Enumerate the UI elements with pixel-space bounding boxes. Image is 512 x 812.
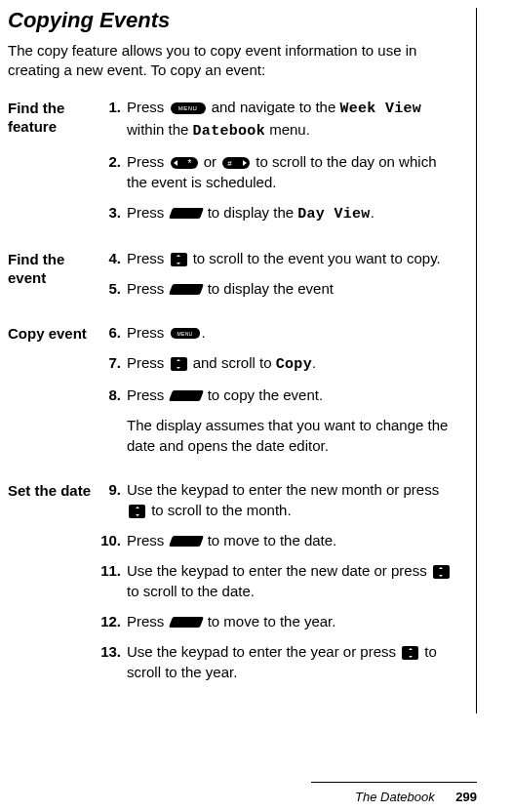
step-8: 8. Press to copy the event.: [98, 385, 454, 405]
text: to display the: [204, 204, 298, 221]
step-1: 1. Press and navigate to the Week View w…: [98, 97, 454, 142]
text: menu.: [265, 121, 310, 138]
scroll-key-icon: [433, 565, 450, 579]
step-number: 11.: [98, 560, 127, 601]
step-number-blank: [98, 415, 127, 456]
step-text: Use the keypad to enter the year or pres…: [127, 641, 454, 682]
text: Press: [127, 153, 169, 170]
text: Press: [127, 386, 169, 403]
step-8-extra: The display assumes that you want to cha…: [98, 415, 454, 456]
step-number: 1.: [98, 97, 127, 142]
step-number: 2.: [98, 151, 127, 192]
scroll-key-icon: [171, 253, 187, 266]
step-number: 12.: [98, 611, 127, 631]
select-key-icon: [169, 536, 204, 547]
step-text: Press and scroll to Copy.: [127, 352, 454, 375]
select-key-icon: [169, 617, 204, 628]
section-find-feature: Find the feature 1. Press and navigate t…: [8, 97, 454, 234]
section-label: Set the date: [8, 479, 98, 692]
footer-divider: [311, 782, 477, 783]
text: Press: [127, 280, 169, 297]
scroll-key-icon: [129, 505, 145, 518]
footer-section-name: The Datebook: [355, 790, 435, 804]
step-text: Use the keypad to enter the new month or…: [127, 479, 454, 520]
step-10: 10. Press to move to the date.: [98, 530, 454, 550]
step-5: 5. Press to display the event: [98, 278, 454, 299]
text: to display the event: [204, 280, 334, 297]
text: and scroll to: [189, 354, 276, 371]
ui-term: Week View: [339, 101, 421, 117]
text: Press: [127, 204, 169, 221]
scroll-key-icon: [171, 357, 187, 371]
step-text: Press to move to the year.: [127, 611, 454, 631]
ui-term: Copy: [276, 356, 312, 373]
step-9: 9. Use the keypad to enter the new month…: [98, 479, 454, 520]
text: .: [312, 354, 316, 371]
step-7: 7. Press and scroll to Copy.: [98, 352, 454, 375]
select-key-icon: [169, 390, 204, 401]
text: to move to the year.: [204, 613, 336, 629]
text: to scroll to the date.: [127, 583, 255, 599]
step-text: Press to scroll to the event you want to…: [127, 248, 454, 268]
step-number: 5.: [98, 278, 127, 299]
text: Press: [127, 250, 169, 266]
step-number: 4.: [98, 248, 127, 268]
section-label: Find the event: [8, 248, 98, 308]
text: to move to the date.: [204, 532, 337, 548]
text: to copy the event.: [204, 386, 324, 403]
text: .: [371, 204, 374, 221]
text: Use the keypad to enter the new date or …: [127, 562, 431, 579]
steps: 1. Press and navigate to the Week View w…: [98, 97, 454, 234]
text: Use the keypad to enter the year or pres…: [127, 643, 400, 660]
text: to scroll to the event you want to copy.: [189, 250, 441, 266]
scroll-key-icon: [402, 646, 418, 660]
intro-text: The copy feature allows you to copy even…: [8, 41, 454, 81]
page-content: Copying Events The copy feature allows y…: [8, 8, 477, 713]
step-12: 12. Press to move to the year.: [98, 611, 454, 631]
text: or: [200, 153, 221, 170]
step-number: 3.: [98, 202, 127, 224]
text: Press: [127, 324, 169, 341]
step-number: 13.: [98, 641, 127, 682]
steps: 6. Press . 7. Press and scroll to Copy. …: [98, 322, 454, 466]
section-label: Copy event: [8, 322, 98, 466]
text: Press: [127, 99, 169, 115]
step-text: Use the keypad to enter the new date or …: [127, 560, 454, 601]
text: to scroll to the month.: [147, 502, 292, 518]
section-label: Find the feature: [8, 97, 98, 234]
step-text: Press to move to the date.: [127, 530, 454, 550]
text: Press: [127, 613, 169, 629]
step-text: Press .: [127, 322, 454, 343]
ui-term: Datebook: [193, 123, 265, 140]
step-text: Press to copy the event.: [127, 385, 454, 405]
page-footer: The Datebook 299: [355, 790, 477, 804]
page-title: Copying Events: [8, 8, 454, 33]
step-text: Press to display the event: [127, 278, 454, 299]
step-text: The display assumes that you want to cha…: [127, 415, 454, 456]
step-text: Press or to scroll to the day on which t…: [127, 151, 454, 192]
page-number: 299: [455, 790, 477, 804]
step-number: 6.: [98, 322, 127, 343]
step-number: 10.: [98, 530, 127, 550]
menu-key-icon: [171, 102, 206, 114]
step-4: 4. Press to scroll to the event you want…: [98, 248, 454, 268]
steps: 4. Press to scroll to the event you want…: [98, 248, 454, 308]
step-2: 2. Press or to scroll to the day on whic…: [98, 151, 454, 192]
text: and navigate to the: [208, 99, 340, 115]
select-key-icon: [169, 208, 204, 219]
step-text: Press to display the Day View.: [127, 202, 454, 224]
step-13: 13. Use the keypad to enter the year or …: [98, 641, 454, 682]
ui-term: Day View: [297, 206, 370, 223]
step-number: 9.: [98, 479, 127, 520]
left-key-icon: [171, 157, 198, 169]
select-key-icon: [169, 284, 204, 295]
text: Use the keypad to enter the new month or…: [127, 481, 439, 498]
text: Press: [127, 354, 169, 371]
section-find-event: Find the event 4. Press to scroll to the…: [8, 248, 454, 308]
text: within the: [127, 121, 193, 138]
step-text: Press and navigate to the Week View with…: [127, 97, 454, 142]
steps: 9. Use the keypad to enter the new month…: [98, 479, 454, 692]
section-copy-event: Copy event 6. Press . 7. Press and scrol…: [8, 322, 454, 466]
menu-key-icon: [171, 328, 200, 339]
right-key-icon: [222, 157, 250, 169]
